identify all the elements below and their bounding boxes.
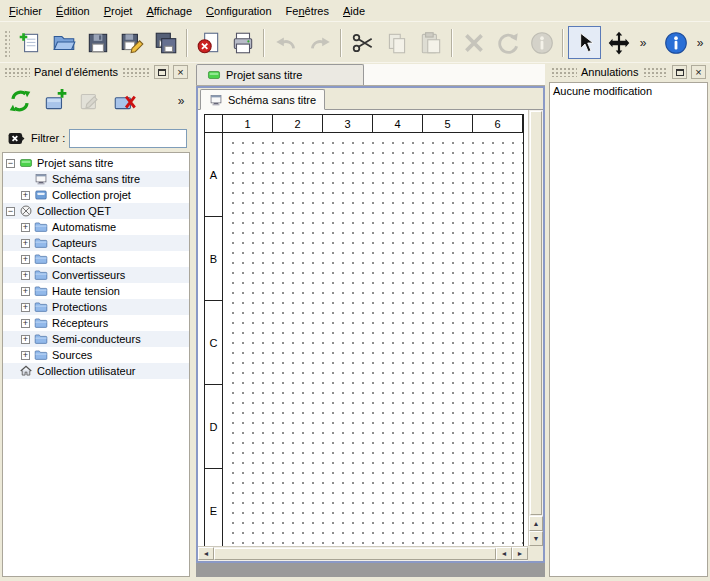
scroll-right-button[interactable]: ► [512, 547, 528, 560]
paste-button[interactable] [414, 26, 447, 59]
save-as-button[interactable] [115, 26, 148, 59]
menu-bar: Fichier Édition Projet Affichage Configu… [0, 0, 710, 22]
arrow-down-icon: ▼ [533, 535, 540, 542]
schema-icon [209, 93, 223, 107]
redo-button[interactable] [303, 26, 336, 59]
tree-item[interactable]: + Contacts [3, 251, 189, 267]
about-button[interactable] [659, 26, 692, 59]
menu-fenetres[interactable]: Fenêtres [279, 0, 336, 21]
edit-element-button[interactable] [74, 85, 106, 117]
tree-item-label: Projet sans titre [37, 157, 113, 169]
horizontal-scrollbar-thumb[interactable] [214, 548, 496, 560]
expander-icon[interactable]: + [21, 191, 30, 200]
menu-fichier[interactable]: Fichier [2, 0, 49, 21]
element-tree[interactable]: − Projet sans titre Schéma sans titre + … [2, 152, 190, 577]
elements-panel-titlebar[interactable]: Panel d'éléments × [2, 64, 190, 80]
expander-icon[interactable]: + [21, 319, 30, 328]
expander-icon[interactable]: + [21, 335, 30, 344]
grid-dots-area[interactable] [224, 134, 523, 553]
scroll-left-button[interactable]: ◄ [198, 547, 214, 560]
tab-schema-sans-titre[interactable]: Schéma sans titre [200, 89, 325, 110]
dock-grip[interactable] [122, 67, 150, 77]
close-dock-button[interactable]: × [173, 65, 188, 79]
expander-icon[interactable]: − [6, 159, 15, 168]
menu-affichage[interactable]: Affichage [139, 0, 199, 21]
properties-button[interactable] [525, 26, 558, 59]
toolbar-overflow-button-2[interactable]: » [693, 28, 707, 58]
tree-item[interactable]: + Récepteurs [3, 315, 189, 331]
mdi-area: Projet sans titre Schéma sans titre 1 2 … [196, 64, 545, 577]
expander-icon[interactable]: + [21, 287, 30, 296]
expander-icon[interactable]: − [6, 207, 15, 216]
vertical-scrollbar-thumb[interactable] [530, 111, 542, 515]
tree-item[interactable]: + Capteurs [3, 235, 189, 251]
menu-aide[interactable]: Aide [336, 0, 372, 21]
toolbar-grip[interactable] [3, 29, 10, 57]
filter-input[interactable] [69, 129, 187, 148]
collections-toolbar-overflow-button[interactable]: » [174, 86, 188, 116]
dock-grip[interactable] [643, 67, 669, 77]
scrollbar-corner [528, 546, 543, 561]
delete-element-button[interactable] [109, 85, 141, 117]
vertical-scrollbar[interactable]: ▲ ▼ [528, 110, 543, 546]
tree-item[interactable]: − Projet sans titre [3, 155, 189, 171]
select-tool-button[interactable] [568, 26, 601, 59]
new-element-button[interactable] [39, 85, 71, 117]
expander-icon[interactable]: + [21, 255, 30, 264]
delete-button[interactable] [457, 26, 490, 59]
tree-item[interactable]: + Protections [3, 299, 189, 315]
tree-item[interactable]: Collection utilisateur [3, 363, 189, 379]
close-file-button[interactable] [192, 26, 225, 59]
reload-collections-button[interactable] [4, 85, 36, 117]
menu-configuration[interactable]: Configuration [199, 0, 278, 21]
tree-item-label: Sources [52, 349, 92, 361]
tree-item-label: Collection QET [37, 205, 111, 217]
tree-item[interactable]: + Collection projet [3, 187, 189, 203]
toolbar-overflow-button[interactable]: » [636, 28, 650, 58]
save-button[interactable] [81, 26, 114, 59]
tab-projet-sans-titre[interactable]: Projet sans titre [196, 64, 364, 85]
tree-item[interactable]: + Sources [3, 347, 189, 363]
toolbar-separator [186, 29, 188, 57]
scroll-left-button-2[interactable]: ◄ [496, 547, 512, 560]
menu-edition[interactable]: Édition [49, 0, 97, 21]
close-dock-button[interactable]: × [691, 65, 706, 79]
diagram-sheet[interactable]: 1 2 3 4 5 6 A B C D E [204, 114, 524, 554]
tree-item[interactable]: + Automatisme [3, 219, 189, 235]
rotate-button[interactable] [491, 26, 524, 59]
tree-item[interactable]: − Collection QET [3, 203, 189, 219]
copy-button[interactable] [380, 26, 413, 59]
print-button[interactable] [226, 26, 259, 59]
new-document-button[interactable] [13, 26, 46, 59]
open-project-button[interactable] [47, 26, 80, 59]
dock-grip[interactable] [4, 67, 30, 77]
row-header: B [205, 217, 223, 301]
diagram-canvas-viewport: 1 2 3 4 5 6 A B C D E ▲ ▼ [198, 110, 543, 561]
save-all-button[interactable] [149, 26, 182, 59]
float-dock-button[interactable] [672, 65, 687, 79]
undo-history-list[interactable]: Aucune modification [549, 82, 708, 577]
clear-filter-button[interactable] [5, 128, 27, 148]
expander-icon[interactable]: + [21, 351, 30, 360]
expander-icon[interactable]: + [21, 239, 30, 248]
expander-icon[interactable]: + [21, 223, 30, 232]
dock-grip[interactable] [551, 67, 577, 77]
horizontal-scrollbar[interactable]: ◄ ◄ ► [198, 546, 528, 561]
tree-item-label: Collection utilisateur [37, 365, 135, 377]
expander-icon[interactable]: + [21, 303, 30, 312]
menu-projet[interactable]: Projet [97, 0, 140, 21]
scroll-up-button[interactable]: ▲ [529, 516, 543, 531]
move-tool-button[interactable] [602, 26, 635, 59]
scroll-down-button[interactable]: ▼ [529, 531, 543, 546]
undo-dock-titlebar[interactable]: Annulations × [549, 64, 708, 80]
tree-item[interactable]: + Haute tension [3, 283, 189, 299]
float-dock-button[interactable] [154, 65, 169, 79]
tree-item[interactable]: + Convertisseurs [3, 267, 189, 283]
undo-button[interactable] [269, 26, 302, 59]
tree-item[interactable]: + Semi-conducteurs [3, 331, 189, 347]
cut-button[interactable] [346, 26, 379, 59]
expander-icon[interactable]: + [21, 271, 30, 280]
collections-toolbar: » [2, 82, 190, 120]
tree-item[interactable]: Schéma sans titre [3, 171, 189, 187]
elements-panel-dock: Panel d'éléments × » Filtrer : − Projet … [2, 64, 190, 577]
